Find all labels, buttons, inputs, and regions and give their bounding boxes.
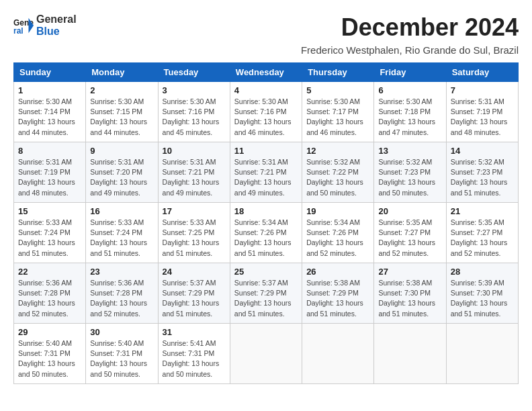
- day-cell-9: 9Sunrise: 5:31 AM Sunset: 7:20 PM Daylig…: [86, 142, 158, 203]
- day-info: Sunrise: 5:33 AM Sunset: 7:25 PM Dayligh…: [163, 218, 226, 259]
- day-info: Sunrise: 5:38 AM Sunset: 7:30 PM Dayligh…: [378, 278, 441, 319]
- svg-text:ral: ral: [13, 26, 24, 36]
- day-number: 10: [163, 146, 226, 156]
- day-cell-23: 23Sunrise: 5:36 AM Sunset: 7:28 PM Dayli…: [86, 263, 158, 324]
- day-cell-10: 10Sunrise: 5:31 AM Sunset: 7:21 PM Dayli…: [158, 142, 230, 203]
- day-info: Sunrise: 5:31 AM Sunset: 7:21 PM Dayligh…: [163, 157, 226, 198]
- logo: Gene ral General Blue: [13, 13, 77, 38]
- day-info: Sunrise: 5:34 AM Sunset: 7:26 PM Dayligh…: [234, 218, 298, 259]
- page-title: December 2024: [341, 13, 519, 42]
- day-cell-18: 18Sunrise: 5:34 AM Sunset: 7:26 PM Dayli…: [230, 203, 302, 263]
- day-info: Sunrise: 5:32 AM Sunset: 7:22 PM Dayligh…: [306, 157, 369, 198]
- day-info: Sunrise: 5:37 AM Sunset: 7:29 PM Dayligh…: [234, 278, 298, 319]
- day-cell-7: 7Sunrise: 5:31 AM Sunset: 7:19 PM Daylig…: [446, 82, 518, 142]
- day-info: Sunrise: 5:34 AM Sunset: 7:26 PM Dayligh…: [306, 218, 369, 259]
- day-cell-4: 4Sunrise: 5:30 AM Sunset: 7:16 PM Daylig…: [230, 82, 302, 142]
- day-info: Sunrise: 5:30 AM Sunset: 7:14 PM Dayligh…: [18, 97, 81, 138]
- day-cell-6: 6Sunrise: 5:30 AM Sunset: 7:18 PM Daylig…: [374, 82, 446, 142]
- calendar: SundayMondayTuesdayWednesdayThursdayFrid…: [13, 62, 519, 384]
- col-header-sunday: Sunday: [14, 63, 86, 82]
- day-number: 11: [234, 146, 298, 156]
- day-number: 3: [163, 85, 226, 95]
- day-info: Sunrise: 5:38 AM Sunset: 7:29 PM Dayligh…: [306, 278, 369, 319]
- day-info: Sunrise: 5:32 AM Sunset: 7:23 PM Dayligh…: [451, 157, 514, 198]
- day-info: Sunrise: 5:31 AM Sunset: 7:19 PM Dayligh…: [18, 157, 81, 198]
- day-number: 12: [306, 146, 369, 156]
- week-row-5: 29Sunrise: 5:40 AM Sunset: 7:31 PM Dayli…: [14, 324, 519, 384]
- day-info: Sunrise: 5:30 AM Sunset: 7:18 PM Dayligh…: [378, 97, 441, 138]
- day-info: Sunrise: 5:33 AM Sunset: 7:24 PM Dayligh…: [18, 218, 81, 259]
- empty-cell: [302, 324, 374, 384]
- day-number: 9: [90, 146, 153, 156]
- day-info: Sunrise: 5:40 AM Sunset: 7:31 PM Dayligh…: [90, 338, 153, 379]
- day-number: 26: [306, 267, 369, 277]
- col-header-thursday: Thursday: [302, 63, 374, 82]
- day-number: 2: [90, 85, 153, 95]
- day-info: Sunrise: 5:33 AM Sunset: 7:24 PM Dayligh…: [90, 218, 153, 259]
- col-header-wednesday: Wednesday: [230, 63, 302, 82]
- day-cell-30: 30Sunrise: 5:40 AM Sunset: 7:31 PM Dayli…: [86, 324, 158, 384]
- day-cell-2: 2Sunrise: 5:30 AM Sunset: 7:15 PM Daylig…: [86, 82, 158, 142]
- day-cell-24: 24Sunrise: 5:37 AM Sunset: 7:29 PM Dayli…: [158, 263, 230, 324]
- day-cell-28: 28Sunrise: 5:39 AM Sunset: 7:30 PM Dayli…: [446, 263, 518, 324]
- day-number: 18: [234, 206, 298, 216]
- day-cell-19: 19Sunrise: 5:34 AM Sunset: 7:26 PM Dayli…: [302, 203, 374, 263]
- day-info: Sunrise: 5:35 AM Sunset: 7:27 PM Dayligh…: [378, 218, 441, 259]
- day-info: Sunrise: 5:30 AM Sunset: 7:17 PM Dayligh…: [306, 97, 369, 138]
- day-number: 13: [378, 146, 441, 156]
- empty-cell: [230, 324, 302, 384]
- day-cell-15: 15Sunrise: 5:33 AM Sunset: 7:24 PM Dayli…: [14, 203, 86, 263]
- day-cell-31: 31Sunrise: 5:41 AM Sunset: 7:31 PM Dayli…: [158, 324, 230, 384]
- day-info: Sunrise: 5:41 AM Sunset: 7:31 PM Dayligh…: [163, 338, 226, 379]
- day-cell-29: 29Sunrise: 5:40 AM Sunset: 7:31 PM Dayli…: [14, 324, 86, 384]
- day-cell-1: 1Sunrise: 5:30 AM Sunset: 7:14 PM Daylig…: [14, 82, 86, 142]
- day-cell-22: 22Sunrise: 5:36 AM Sunset: 7:28 PM Dayli…: [14, 263, 86, 324]
- day-number: 19: [306, 206, 369, 216]
- day-info: Sunrise: 5:37 AM Sunset: 7:29 PM Dayligh…: [163, 278, 226, 319]
- empty-cell: [446, 324, 518, 384]
- day-info: Sunrise: 5:30 AM Sunset: 7:16 PM Dayligh…: [163, 97, 226, 138]
- day-cell-16: 16Sunrise: 5:33 AM Sunset: 7:24 PM Dayli…: [86, 203, 158, 263]
- day-number: 29: [18, 327, 81, 337]
- day-cell-27: 27Sunrise: 5:38 AM Sunset: 7:30 PM Dayli…: [374, 263, 446, 324]
- day-info: Sunrise: 5:30 AM Sunset: 7:16 PM Dayligh…: [234, 97, 298, 138]
- day-cell-21: 21Sunrise: 5:35 AM Sunset: 7:27 PM Dayli…: [446, 203, 518, 263]
- day-number: 1: [18, 85, 81, 95]
- day-cell-14: 14Sunrise: 5:32 AM Sunset: 7:23 PM Dayli…: [446, 142, 518, 203]
- day-cell-20: 20Sunrise: 5:35 AM Sunset: 7:27 PM Dayli…: [374, 203, 446, 263]
- subtitle: Frederico Westphalen, Rio Grande do Sul,…: [13, 44, 519, 56]
- day-number: 31: [163, 327, 226, 337]
- day-number: 30: [90, 327, 153, 337]
- day-number: 24: [163, 267, 226, 277]
- day-info: Sunrise: 5:31 AM Sunset: 7:19 PM Dayligh…: [451, 97, 514, 138]
- day-cell-12: 12Sunrise: 5:32 AM Sunset: 7:22 PM Dayli…: [302, 142, 374, 203]
- day-info: Sunrise: 5:31 AM Sunset: 7:21 PM Dayligh…: [234, 157, 298, 198]
- col-header-tuesday: Tuesday: [158, 63, 230, 82]
- day-number: 28: [451, 267, 514, 277]
- day-info: Sunrise: 5:39 AM Sunset: 7:30 PM Dayligh…: [451, 278, 514, 319]
- empty-cell: [374, 324, 446, 384]
- header-top: Gene ral General Blue December 2024: [13, 13, 519, 42]
- day-number: 23: [90, 267, 153, 277]
- day-cell-25: 25Sunrise: 5:37 AM Sunset: 7:29 PM Dayli…: [230, 263, 302, 324]
- day-cell-5: 5Sunrise: 5:30 AM Sunset: 7:17 PM Daylig…: [302, 82, 374, 142]
- day-cell-3: 3Sunrise: 5:30 AM Sunset: 7:16 PM Daylig…: [158, 82, 230, 142]
- week-row-1: 1Sunrise: 5:30 AM Sunset: 7:14 PM Daylig…: [14, 82, 519, 142]
- day-number: 7: [451, 85, 514, 95]
- day-info: Sunrise: 5:31 AM Sunset: 7:20 PM Dayligh…: [90, 157, 153, 198]
- day-cell-17: 17Sunrise: 5:33 AM Sunset: 7:25 PM Dayli…: [158, 203, 230, 263]
- day-number: 8: [18, 146, 81, 156]
- col-header-saturday: Saturday: [446, 63, 518, 82]
- day-number: 4: [234, 85, 298, 95]
- day-info: Sunrise: 5:30 AM Sunset: 7:15 PM Dayligh…: [90, 97, 153, 138]
- logo-icon: Gene ral: [13, 15, 34, 36]
- day-number: 16: [90, 206, 153, 216]
- day-number: 27: [378, 267, 441, 277]
- week-row-4: 22Sunrise: 5:36 AM Sunset: 7:28 PM Dayli…: [14, 263, 519, 324]
- week-row-2: 8Sunrise: 5:31 AM Sunset: 7:19 PM Daylig…: [14, 142, 519, 203]
- col-header-friday: Friday: [374, 63, 446, 82]
- day-cell-8: 8Sunrise: 5:31 AM Sunset: 7:19 PM Daylig…: [14, 142, 86, 203]
- day-number: 14: [451, 146, 514, 156]
- day-info: Sunrise: 5:35 AM Sunset: 7:27 PM Dayligh…: [451, 218, 514, 259]
- day-info: Sunrise: 5:36 AM Sunset: 7:28 PM Dayligh…: [90, 278, 153, 319]
